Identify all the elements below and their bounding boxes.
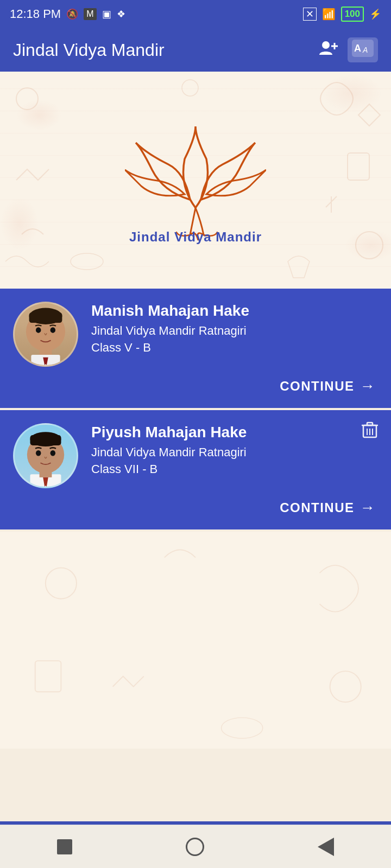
nav-square-button[interactable] <box>57 839 72 854</box>
wifi-icon: 📶 <box>322 8 336 21</box>
svg-point-9 <box>182 80 198 96</box>
student-school-manish: Jindal Vidya Mandir Ratnagiri <box>91 323 376 339</box>
add-user-button[interactable] <box>318 40 338 61</box>
svg-rect-13 <box>29 312 62 323</box>
app-bar: Jindal Vidya Mandir A A <box>0 28 391 72</box>
alarm-icon: 🔕 <box>66 8 78 20</box>
circle-icon <box>186 838 204 856</box>
status-left: 12:18 PM 🔕 M ▣ ❖ <box>10 7 125 21</box>
svg-point-0 <box>322 41 330 49</box>
logo-container: Jindal Vidya Mandir <box>125 116 266 245</box>
student-info-manish: Manish Mahajan Hake Jindal Vidya Mandir … <box>91 302 376 355</box>
student-card-piyush: Piyush Mahajan Hake Jindal Vidya Mandir … <box>0 410 391 532</box>
svg-point-30 <box>51 450 56 456</box>
nav-back-button[interactable] <box>318 838 334 856</box>
svg-text:A: A <box>362 46 368 54</box>
svg-rect-7 <box>348 153 369 180</box>
logo-text: Jindal Vidya Mandir <box>129 229 262 245</box>
cloud-icon: ❖ <box>117 8 125 20</box>
continue-button-manish[interactable]: CONTINUE → <box>13 378 376 395</box>
svg-rect-32 <box>35 661 61 692</box>
time-display: 12:18 PM <box>10 7 61 21</box>
svg-point-6 <box>16 88 38 110</box>
cards-area: Manish Mahajan Hake Jindal Vidya Mandir … <box>0 289 391 532</box>
bottom-nav-bar <box>0 825 391 868</box>
svg-point-33 <box>330 671 361 702</box>
app-title: Jindal Vidya Mandir <box>13 40 165 60</box>
student-name-piyush: Piyush Mahajan Hake <box>91 423 376 442</box>
x-icon: ✕ <box>303 8 317 21</box>
avatar-piyush <box>13 423 78 488</box>
status-right: ✕ 📶 100 ⚡ <box>303 7 381 22</box>
svg-point-16 <box>36 327 41 333</box>
card-top-manish: Manish Mahajan Hake Jindal Vidya Mandir … <box>13 302 376 367</box>
svg-point-10 <box>71 253 103 270</box>
student-card-manish: Manish Mahajan Hake Jindal Vidya Mandir … <box>0 289 391 410</box>
bottom-area <box>0 532 391 749</box>
avatar-svg-manish <box>15 302 77 367</box>
student-class-manish: Class V - B <box>91 341 376 355</box>
bottom-doodle <box>0 532 391 749</box>
student-school-piyush: Jindal Vidya Mandir Ratnagiri <box>91 445 376 461</box>
continue-arrow-piyush: → <box>360 499 376 516</box>
student-class-piyush: Class VII - B <box>91 462 376 476</box>
svg-point-8 <box>356 232 383 259</box>
card-top-piyush: Piyush Mahajan Hake Jindal Vidya Mandir … <box>13 423 376 488</box>
svg-point-29 <box>36 450 41 456</box>
svg-rect-28 <box>30 435 61 445</box>
school-logo-svg <box>125 116 266 246</box>
svg-point-34 <box>222 718 263 738</box>
logo-area: Jindal Vidya Mandir <box>0 72 391 289</box>
battery-indicator: 100 <box>341 7 364 22</box>
svg-text:A: A <box>354 43 361 54</box>
continue-button-piyush[interactable]: CONTINUE → <box>13 499 376 516</box>
status-bar: 12:18 PM 🔕 M ▣ ❖ ✕ 📶 100 ⚡ <box>0 0 391 28</box>
translate-button[interactable]: A A <box>348 37 378 62</box>
app-bar-actions: A A <box>318 37 378 62</box>
charging-icon: ⚡ <box>369 8 381 20</box>
notification-icon: M <box>84 8 96 20</box>
student-name-manish: Manish Mahajan Hake <box>91 302 376 320</box>
avatar-manish <box>13 302 78 367</box>
svg-point-17 <box>51 327 56 333</box>
svg-point-31 <box>46 568 77 599</box>
continue-arrow-manish: → <box>360 378 376 395</box>
square-icon <box>57 839 72 854</box>
student-info-piyush: Piyush Mahajan Hake Jindal Vidya Mandir … <box>91 423 376 476</box>
screenshot-icon: ▣ <box>102 8 111 20</box>
avatar-svg-piyush <box>15 423 77 488</box>
back-icon <box>318 838 334 856</box>
nav-home-button[interactable] <box>186 838 204 856</box>
delete-button-piyush[interactable] <box>362 421 378 443</box>
delete-icon <box>362 421 378 439</box>
